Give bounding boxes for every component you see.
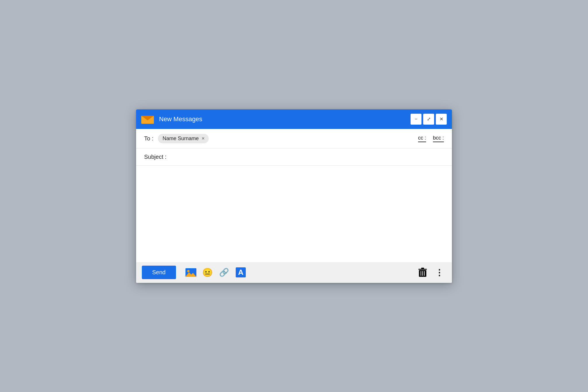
subject-label: Subject : [144, 154, 167, 160]
insert-font-button[interactable]: A [234, 266, 248, 279]
minimize-button[interactable]: − [411, 114, 421, 125]
remove-recipient-button[interactable]: × [202, 136, 205, 141]
cc-bcc-area: cc : bcc : [418, 135, 444, 142]
to-row: To : Name Surname × cc : bcc : [136, 129, 452, 148]
trash-icon [418, 268, 427, 277]
more-options-button[interactable]: ⋮ [432, 266, 446, 279]
title-bar: New Messages − ⤢ ✕ [136, 109, 452, 129]
send-button[interactable]: Send [142, 266, 176, 279]
emoji-icon: 😐 [202, 267, 213, 277]
cc-button[interactable]: cc : [418, 135, 426, 142]
insert-link-button[interactable]: 🔗 [217, 266, 231, 279]
toolbar-right: ⋮ [416, 266, 446, 279]
window-title: New Messages [159, 115, 411, 123]
window-controls: − ⤢ ✕ [411, 114, 447, 125]
more-options-icon: ⋮ [435, 268, 444, 277]
bcc-button[interactable]: bcc : [433, 135, 444, 142]
link-icon: 🔗 [219, 268, 229, 277]
recipients-area[interactable]: Name Surname × [158, 134, 418, 143]
subject-input[interactable] [169, 154, 444, 160]
compose-toolbar: Send 😐 🔗 A [136, 262, 452, 283]
svg-rect-7 [421, 268, 424, 269]
body-area[interactable] [136, 166, 452, 262]
font-icon: A [236, 267, 246, 277]
insert-image-button[interactable] [184, 266, 198, 279]
recipient-chip: Name Surname × [158, 134, 209, 143]
maximize-button[interactable]: ⤢ [423, 114, 434, 125]
mail-icon [141, 115, 154, 124]
insert-emoji-button[interactable]: 😐 [201, 266, 214, 279]
compose-window: New Messages − ⤢ ✕ To : Name Surname × c… [136, 109, 452, 283]
to-label: To : [144, 135, 153, 142]
svg-point-5 [187, 270, 189, 272]
recipient-name: Name Surname [163, 136, 199, 142]
photo-icon [185, 268, 196, 277]
delete-button[interactable] [416, 266, 430, 279]
close-button[interactable]: ✕ [436, 114, 447, 125]
subject-row: Subject : [136, 148, 452, 166]
toolbar-icons: 😐 🔗 A [184, 266, 416, 279]
body-textarea[interactable] [144, 170, 444, 256]
